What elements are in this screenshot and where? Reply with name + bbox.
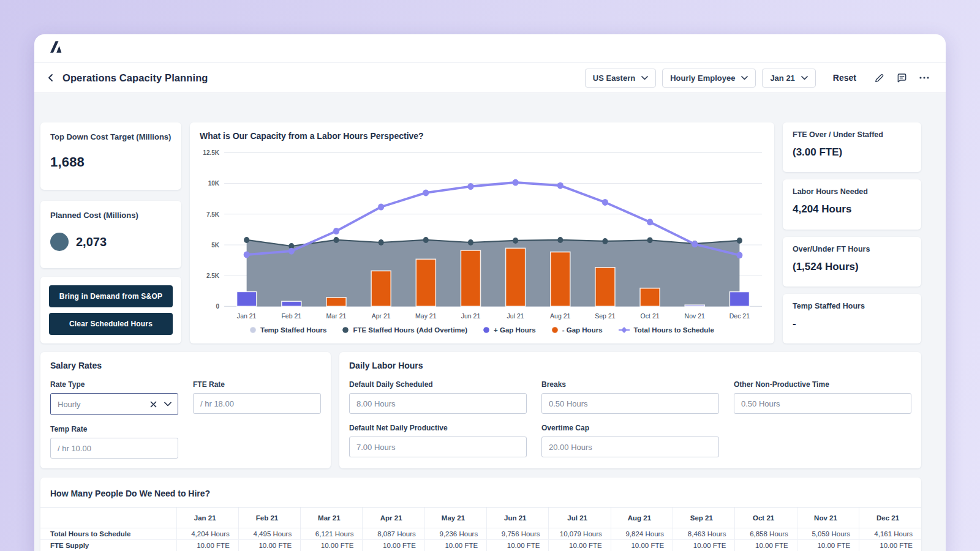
- table-cell[interactable]: 6,121 Hours: [301, 528, 363, 540]
- table-cell[interactable]: 4,161 Hours: [859, 528, 921, 540]
- rate-type-select[interactable]: Hourly: [50, 393, 178, 415]
- table-cell[interactable]: 10,079 Hours: [549, 528, 611, 540]
- svg-text:10K: 10K: [208, 179, 220, 187]
- chart-legend: Temp Staffed HoursFTE Staffed Hours (Add…: [200, 324, 764, 337]
- table-cell[interactable]: 10.00 FTE: [735, 540, 797, 551]
- default-net-daily-productive-label: Default Net Daily Productive: [349, 424, 527, 432]
- svg-text:Oct 21: Oct 21: [641, 312, 660, 320]
- kpi-value: (3.00 FTE): [793, 146, 911, 159]
- salary-rates-card: Salary Rates Rate Type Hourly: [40, 352, 331, 468]
- planned-cost-label: Planned Cost (Millions): [50, 211, 172, 220]
- table-cell[interactable]: 9,756 Hours: [487, 528, 549, 540]
- svg-text:Nov 21: Nov 21: [685, 312, 705, 320]
- svg-text:0: 0: [216, 302, 219, 310]
- kpi-label: FTE Over / Under Staffed: [793, 130, 911, 139]
- legend-item[interactable]: Total Hours to Schedule: [619, 326, 714, 334]
- table-cell[interactable]: 4,495 Hours: [238, 528, 300, 540]
- table-cell[interactable]: 10.00 FTE: [363, 540, 424, 551]
- pencil-icon: [873, 72, 885, 84]
- svg-text:Feb 21: Feb 21: [281, 312, 301, 320]
- ellipsis-icon: [919, 76, 930, 80]
- planned-cost-card: Planned Cost (Millions) 2,073: [40, 201, 181, 268]
- chart-title: What is Our Capacity from a Labor Hours …: [200, 131, 764, 141]
- legend-label: Temp Staffed Hours: [260, 326, 326, 334]
- edit-button[interactable]: [871, 70, 888, 86]
- actions-card: Bring in Demand from S&OP Clear Schedule…: [40, 277, 181, 343]
- other-non-productive-label: Other Non-Productive Time: [734, 380, 911, 389]
- comment-button[interactable]: [894, 70, 910, 86]
- dashboard-content: Top Down Cost Target (Millions) 1,688 Pl…: [34, 93, 946, 551]
- period-select-value: Jan 21: [770, 73, 794, 83]
- legend-item[interactable]: - Gap Hours: [552, 326, 603, 334]
- default-net-daily-productive-input[interactable]: [349, 437, 527, 457]
- more-options-button[interactable]: [916, 73, 932, 82]
- legend-item[interactable]: FTE Staffed Hours (Add Overtime): [342, 326, 467, 334]
- other-non-productive-input[interactable]: [734, 393, 911, 414]
- planned-cost-dot: [50, 233, 69, 251]
- kpi-value: (1,524 Hours): [793, 261, 911, 273]
- overtime-cap-input[interactable]: [541, 437, 719, 457]
- capacity-chart[interactable]: 02.5K5K7.5K10K12.5KJan 21Feb 21Mar 21Apr…: [200, 143, 764, 324]
- svg-text:Jul 21: Jul 21: [507, 312, 524, 320]
- table-cell[interactable]: 10.00 FTE: [797, 540, 859, 551]
- table-cell[interactable]: 6,858 Hours: [735, 528, 797, 540]
- line-marker-icon: [619, 327, 630, 333]
- default-daily-scheduled-label: Default Daily Scheduled: [349, 380, 527, 389]
- chevron-down-icon[interactable]: [164, 402, 172, 407]
- kpi-card-1: Labor Hours Needed4,204 Hours: [783, 179, 921, 229]
- column-header-empty: [40, 508, 176, 528]
- table-cell[interactable]: 10.00 FTE: [487, 540, 549, 551]
- clear-icon[interactable]: [150, 401, 157, 408]
- column-header: Jun 21: [487, 508, 549, 528]
- table-cell[interactable]: 10.00 FTE: [176, 540, 238, 551]
- legend-label: + Gap Hours: [494, 326, 536, 334]
- comment-icon: [896, 72, 908, 84]
- reset-button[interactable]: Reset: [833, 73, 856, 83]
- table-cell[interactable]: 10.00 FTE: [301, 540, 363, 551]
- employee-type-select[interactable]: Hourly Employee: [662, 69, 756, 88]
- table-cell[interactable]: 10.00 FTE: [424, 540, 486, 551]
- table-cell[interactable]: 9,236 Hours: [424, 528, 486, 540]
- column-header: Jul 21: [549, 508, 611, 528]
- temp-rate-input[interactable]: [50, 438, 178, 459]
- svg-text:Aug 21: Aug 21: [550, 312, 570, 320]
- table-cell[interactable]: 10.00 FTE: [673, 540, 735, 551]
- clear-hours-button[interactable]: Clear Scheduled Hours: [49, 313, 173, 335]
- table-cell[interactable]: 10.00 FTE: [238, 540, 300, 551]
- bring-demand-button[interactable]: Bring in Demand from S&OP: [49, 285, 173, 307]
- svg-text:Sep 21: Sep 21: [595, 312, 615, 320]
- dot-marker-icon: [483, 327, 489, 333]
- back-button[interactable]: [44, 71, 58, 84]
- anaplan-logo-icon: [48, 39, 64, 58]
- svg-text:Apr 21: Apr 21: [372, 312, 391, 320]
- table-cell[interactable]: 8,087 Hours: [363, 528, 424, 540]
- table-cell[interactable]: 5,059 Hours: [797, 528, 859, 540]
- table-cell[interactable]: 9,824 Hours: [611, 528, 673, 540]
- legend-item[interactable]: Temp Staffed Hours: [250, 326, 326, 334]
- table-cell[interactable]: 10.00 FTE: [859, 540, 921, 551]
- svg-text:5K: 5K: [211, 241, 219, 249]
- default-daily-scheduled-input[interactable]: [349, 393, 527, 414]
- kpi-card-3: Temp Staffed Hours-: [783, 294, 921, 343]
- table-cell[interactable]: 4,204 Hours: [176, 528, 238, 540]
- timezone-select[interactable]: US Eastern: [585, 69, 656, 88]
- breaks-input[interactable]: [541, 393, 719, 414]
- fte-rate-input[interactable]: [193, 393, 321, 414]
- svg-text:Jun 21: Jun 21: [461, 312, 481, 320]
- legend-item[interactable]: + Gap Hours: [483, 326, 536, 334]
- column-header: Mar 21: [301, 508, 363, 528]
- overtime-cap-label: Overtime Cap: [541, 424, 719, 432]
- kpi-value: 4,204 Hours: [793, 203, 911, 216]
- table-cell[interactable]: 8,463 Hours: [673, 528, 735, 540]
- hire-table-card: How Many People Do We Need to Hire? Jan …: [40, 478, 921, 551]
- column-header: Jan 21: [176, 508, 238, 528]
- rate-type-label: Rate Type: [50, 380, 178, 389]
- table-cell[interactable]: 10.00 FTE: [549, 540, 611, 551]
- dot-marker-icon: [250, 327, 256, 333]
- period-select[interactable]: Jan 21: [762, 69, 815, 88]
- svg-text:May 21: May 21: [415, 312, 436, 320]
- table-cell[interactable]: 10.00 FTE: [611, 540, 673, 551]
- hire-table: Jan 21Feb 21Mar 21Apr 21May 21Jun 21Jul …: [40, 507, 921, 551]
- svg-text:12.5K: 12.5K: [203, 149, 219, 157]
- kpi-card-0: FTE Over / Under Staffed(3.00 FTE): [783, 122, 921, 172]
